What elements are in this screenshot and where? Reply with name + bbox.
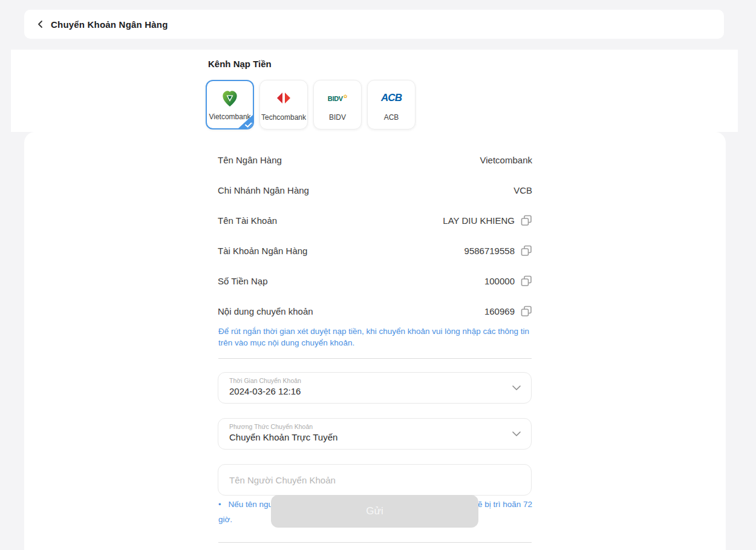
field-value: Chuyển Khoản Trực Tuyến [229, 432, 504, 442]
detail-row-branch: Chi Nhánh Ngân Hàng VCB [218, 175, 532, 205]
detail-value: VCB [513, 185, 532, 195]
detail-label: Tài Khoản Ngân Hàng [218, 246, 307, 256]
chevron-down-icon [512, 431, 521, 436]
detail-row-transfer-content: Nội dung chuyển khoản 160969 [218, 296, 532, 326]
detail-row-bank-name: Tên Ngân Hàng Vietcombank [218, 145, 532, 175]
transfer-instruction-note: Để rút ngắn thời gian xét duyệt nạp tiền… [218, 326, 532, 349]
field-value: 2024-03-26 12:16 [229, 386, 504, 396]
detail-row-account-name: Tên Tài Khoản LAY DIU KHIENG [218, 205, 532, 235]
detail-value: 9586719558 [464, 246, 515, 256]
sender-name-input[interactable] [218, 464, 532, 496]
chevron-down-icon [512, 385, 521, 390]
techcombank-logo-icon [276, 88, 292, 108]
detail-value: LAY DIU KHIENG [443, 215, 515, 226]
bank-card-vietcombank[interactable]: Vietcombank [206, 80, 254, 129]
detail-value: 100000 [484, 276, 515, 286]
field-label: Phương Thức Chuyển Khoản [229, 423, 504, 430]
bank-cards-row: Vietcombank Techcombank BIDV✿ BIDV ACB A… [206, 80, 415, 129]
page-header: Chuyển Khoản Ngân Hàng [24, 10, 724, 39]
detail-row-amount: Số Tiền Nạp 100000 [218, 266, 532, 296]
detail-label: Số Tiền Nạp [218, 276, 268, 286]
bullet-icon: • [218, 500, 221, 509]
selected-check-icon [238, 114, 253, 129]
back-button[interactable] [34, 18, 47, 31]
vietcombank-logo-icon [221, 89, 239, 108]
field-label: Thời Gian Chuyển Khoản [229, 377, 504, 384]
detail-label: Tên Tài Khoản [218, 215, 277, 226]
copy-icon[interactable] [521, 275, 532, 287]
transfer-method-select[interactable]: Phương Thức Chuyển Khoản Chuyển Khoản Tr… [218, 418, 532, 450]
bidv-logo-icon: BIDV✿ [328, 88, 348, 108]
transfer-time-select[interactable]: Thời Gian Chuyển Khoản 2024-03-26 12:16 [218, 372, 532, 404]
deposit-channel-title: Kênh Nạp Tiền [208, 59, 272, 69]
bank-card-techcombank[interactable]: Techcombank [259, 80, 308, 129]
copy-icon[interactable] [521, 306, 532, 317]
copy-icon[interactable] [521, 245, 532, 257]
submit-button[interactable]: Gửi [271, 495, 478, 528]
warning-end: sẽ bị trì hoãn 72 [474, 500, 532, 509]
bank-card-label: Techcombank [261, 113, 306, 122]
detail-value: Vietcombank [480, 155, 532, 165]
acb-logo-icon: ACB [381, 88, 402, 108]
copy-icon[interactable] [521, 215, 532, 226]
detail-label: Nội dung chuyển khoản [218, 306, 313, 316]
detail-row-account-number: Tài Khoản Ngân Hàng 9586719558 [218, 235, 532, 266]
detail-label: Chi Nhánh Ngân Hàng [218, 185, 309, 195]
chevron-left-icon [36, 20, 45, 28]
bank-card-bidv[interactable]: BIDV✿ BIDV [313, 80, 362, 129]
divider [218, 542, 532, 543]
warning-start: •Nếu tên ngườ [218, 500, 279, 509]
detail-label: Tên Ngân Hàng [218, 155, 282, 165]
bank-card-label: ACB [384, 113, 399, 122]
divider [218, 358, 532, 359]
detail-value: 160969 [484, 306, 515, 316]
bank-card-acb[interactable]: ACB ACB [367, 80, 415, 129]
bank-card-label: BIDV [329, 113, 346, 122]
page-title: Chuyển Khoản Ngân Hàng [51, 19, 168, 30]
